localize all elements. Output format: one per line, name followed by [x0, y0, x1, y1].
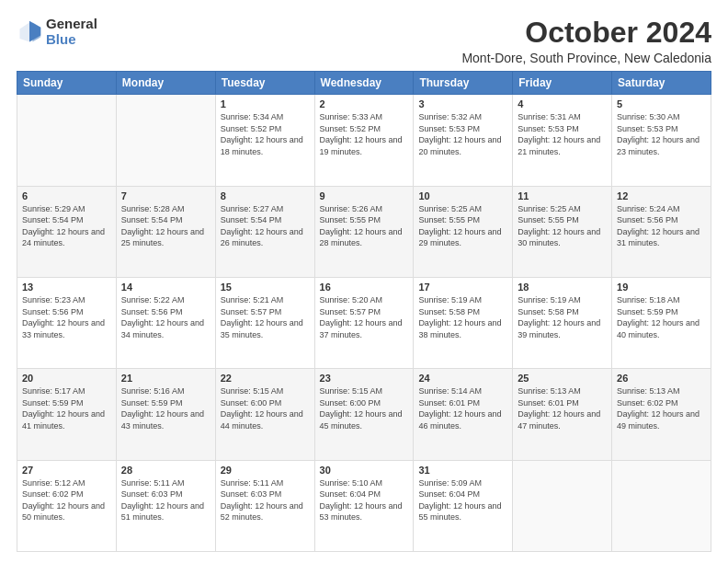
- location-subtitle: Mont-Dore, South Province, New Caledonia: [461, 51, 711, 65]
- logo-text: General Blue: [46, 17, 97, 47]
- calendar-cell: 28Sunrise: 5:11 AMSunset: 6:03 PMDayligh…: [116, 460, 215, 551]
- calendar-week-5: 27Sunrise: 5:12 AMSunset: 6:02 PMDayligh…: [17, 460, 711, 551]
- calendar-cell: 15Sunrise: 5:21 AMSunset: 5:57 PMDayligh…: [215, 277, 314, 368]
- day-info: Sunrise: 5:19 AMSunset: 5:58 PMDaylight:…: [418, 294, 507, 340]
- day-number: 20: [22, 373, 111, 384]
- weekday-header-row: SundayMondayTuesdayWednesdayThursdayFrid…: [17, 72, 711, 95]
- day-info: Sunrise: 5:13 AMSunset: 6:01 PMDaylight:…: [518, 385, 607, 431]
- day-info: Sunrise: 5:33 AMSunset: 5:52 PMDaylight:…: [320, 111, 409, 157]
- logo-icon: [17, 19, 42, 45]
- day-number: 7: [121, 190, 210, 201]
- weekday-header-thursday: Thursday: [414, 72, 513, 95]
- day-number: 14: [121, 282, 210, 293]
- day-number: 19: [617, 282, 706, 293]
- day-info: Sunrise: 5:28 AMSunset: 5:54 PMDaylight:…: [121, 203, 210, 249]
- calendar-cell: 7Sunrise: 5:28 AMSunset: 5:54 PMDaylight…: [116, 186, 215, 277]
- day-info: Sunrise: 5:23 AMSunset: 5:56 PMDaylight:…: [22, 294, 111, 340]
- month-title: October 2024: [461, 17, 711, 49]
- day-info: Sunrise: 5:27 AMSunset: 5:54 PMDaylight:…: [221, 203, 310, 249]
- calendar-cell: [513, 460, 612, 551]
- weekday-header-tuesday: Tuesday: [215, 72, 314, 95]
- calendar-cell: 5Sunrise: 5:30 AMSunset: 5:53 PMDaylight…: [612, 95, 711, 186]
- day-info: Sunrise: 5:31 AMSunset: 5:53 PMDaylight:…: [518, 111, 607, 157]
- day-number: 16: [320, 282, 409, 293]
- day-number: 2: [320, 98, 409, 109]
- day-info: Sunrise: 5:34 AMSunset: 5:52 PMDaylight:…: [221, 111, 310, 157]
- day-info: Sunrise: 5:10 AMSunset: 6:04 PMDaylight:…: [320, 477, 409, 523]
- day-info: Sunrise: 5:30 AMSunset: 5:53 PMDaylight:…: [617, 111, 706, 157]
- calendar-cell: 11Sunrise: 5:25 AMSunset: 5:55 PMDayligh…: [513, 186, 612, 277]
- calendar-cell: 18Sunrise: 5:19 AMSunset: 5:58 PMDayligh…: [513, 277, 612, 368]
- day-info: Sunrise: 5:18 AMSunset: 5:59 PMDaylight:…: [617, 294, 706, 340]
- day-info: Sunrise: 5:25 AMSunset: 5:55 PMDaylight:…: [518, 203, 607, 249]
- logo-general: General: [46, 17, 97, 32]
- day-info: Sunrise: 5:16 AMSunset: 5:59 PMDaylight:…: [121, 385, 210, 431]
- day-info: Sunrise: 5:25 AMSunset: 5:55 PMDaylight:…: [418, 203, 507, 249]
- calendar-cell: 21Sunrise: 5:16 AMSunset: 5:59 PMDayligh…: [116, 369, 215, 460]
- calendar-cell: 25Sunrise: 5:13 AMSunset: 6:01 PMDayligh…: [513, 369, 612, 460]
- day-number: 26: [617, 373, 706, 384]
- day-info: Sunrise: 5:21 AMSunset: 5:57 PMDaylight:…: [221, 294, 310, 340]
- calendar-week-2: 6Sunrise: 5:29 AMSunset: 5:54 PMDaylight…: [17, 186, 711, 277]
- day-number: 30: [320, 465, 409, 476]
- day-number: 31: [418, 465, 507, 476]
- calendar-cell: 29Sunrise: 5:11 AMSunset: 6:03 PMDayligh…: [215, 460, 314, 551]
- page: General Blue October 2024 Mont-Dore, Sou…: [0, 0, 728, 563]
- day-number: 8: [221, 190, 310, 201]
- calendar-cell: 20Sunrise: 5:17 AMSunset: 5:59 PMDayligh…: [17, 369, 117, 460]
- calendar-week-1: 1Sunrise: 5:34 AMSunset: 5:52 PMDaylight…: [17, 95, 711, 186]
- day-number: 23: [320, 373, 409, 384]
- day-number: 18: [518, 282, 607, 293]
- day-info: Sunrise: 5:11 AMSunset: 6:03 PMDaylight:…: [221, 477, 310, 523]
- calendar-cell: 17Sunrise: 5:19 AMSunset: 5:58 PMDayligh…: [414, 277, 513, 368]
- calendar-cell: 6Sunrise: 5:29 AMSunset: 5:54 PMDaylight…: [17, 186, 117, 277]
- calendar-week-4: 20Sunrise: 5:17 AMSunset: 5:59 PMDayligh…: [17, 369, 711, 460]
- calendar-cell: 26Sunrise: 5:13 AMSunset: 6:02 PMDayligh…: [612, 369, 711, 460]
- day-number: 27: [22, 465, 111, 476]
- day-number: 22: [221, 373, 310, 384]
- day-number: 5: [617, 98, 706, 109]
- day-number: 21: [121, 373, 210, 384]
- weekday-header-saturday: Saturday: [612, 72, 711, 95]
- calendar-cell: 30Sunrise: 5:10 AMSunset: 6:04 PMDayligh…: [314, 460, 414, 551]
- weekday-header-sunday: Sunday: [17, 72, 117, 95]
- day-info: Sunrise: 5:17 AMSunset: 5:59 PMDaylight:…: [22, 385, 111, 431]
- day-number: 24: [418, 373, 507, 384]
- weekday-header-wednesday: Wednesday: [314, 72, 414, 95]
- calendar-week-3: 13Sunrise: 5:23 AMSunset: 5:56 PMDayligh…: [17, 277, 711, 368]
- calendar-cell: 2Sunrise: 5:33 AMSunset: 5:52 PMDaylight…: [314, 95, 414, 186]
- weekday-header-monday: Monday: [116, 72, 215, 95]
- calendar-cell: 27Sunrise: 5:12 AMSunset: 6:02 PMDayligh…: [17, 460, 117, 551]
- day-number: 3: [418, 98, 507, 109]
- header: General Blue October 2024 Mont-Dore, Sou…: [17, 17, 711, 65]
- logo: General Blue: [17, 17, 97, 47]
- day-info: Sunrise: 5:32 AMSunset: 5:53 PMDaylight:…: [418, 111, 507, 157]
- calendar-cell: [17, 95, 117, 186]
- day-info: Sunrise: 5:26 AMSunset: 5:55 PMDaylight:…: [320, 203, 409, 249]
- day-info: Sunrise: 5:13 AMSunset: 6:02 PMDaylight:…: [617, 385, 706, 431]
- day-info: Sunrise: 5:14 AMSunset: 6:01 PMDaylight:…: [418, 385, 507, 431]
- calendar-cell: 14Sunrise: 5:22 AMSunset: 5:56 PMDayligh…: [116, 277, 215, 368]
- title-block: October 2024 Mont-Dore, South Province, …: [461, 17, 711, 65]
- calendar-cell: 23Sunrise: 5:15 AMSunset: 6:00 PMDayligh…: [314, 369, 414, 460]
- day-number: 17: [418, 282, 507, 293]
- day-number: 12: [617, 190, 706, 201]
- day-number: 13: [22, 282, 111, 293]
- calendar-cell: [612, 460, 711, 551]
- weekday-header-friday: Friday: [513, 72, 612, 95]
- day-number: 25: [518, 373, 607, 384]
- calendar-cell: [116, 95, 215, 186]
- day-info: Sunrise: 5:29 AMSunset: 5:54 PMDaylight:…: [22, 203, 111, 249]
- day-info: Sunrise: 5:20 AMSunset: 5:57 PMDaylight:…: [320, 294, 409, 340]
- calendar-cell: 9Sunrise: 5:26 AMSunset: 5:55 PMDaylight…: [314, 186, 414, 277]
- day-number: 1: [221, 98, 310, 109]
- day-info: Sunrise: 5:15 AMSunset: 6:00 PMDaylight:…: [221, 385, 310, 431]
- calendar-cell: 22Sunrise: 5:15 AMSunset: 6:00 PMDayligh…: [215, 369, 314, 460]
- day-number: 28: [121, 465, 210, 476]
- day-number: 4: [518, 98, 607, 109]
- calendar-cell: 13Sunrise: 5:23 AMSunset: 5:56 PMDayligh…: [17, 277, 117, 368]
- calendar-cell: 10Sunrise: 5:25 AMSunset: 5:55 PMDayligh…: [414, 186, 513, 277]
- calendar-cell: 31Sunrise: 5:09 AMSunset: 6:04 PMDayligh…: [414, 460, 513, 551]
- calendar-cell: 19Sunrise: 5:18 AMSunset: 5:59 PMDayligh…: [612, 277, 711, 368]
- day-info: Sunrise: 5:11 AMSunset: 6:03 PMDaylight:…: [121, 477, 210, 523]
